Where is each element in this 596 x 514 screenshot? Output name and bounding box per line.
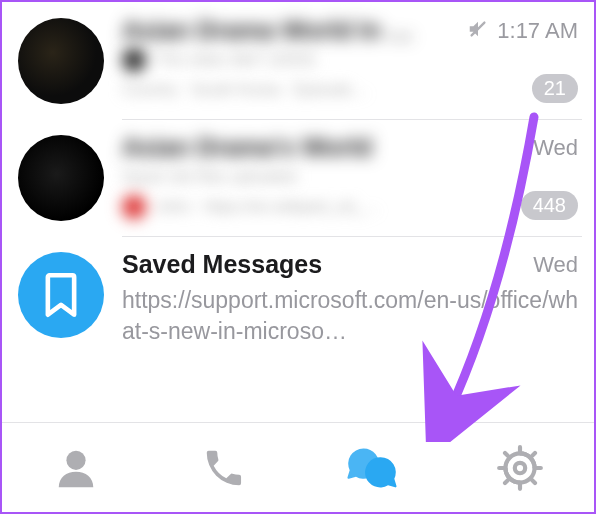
chat-title: Asian Drama's World <box>122 133 525 162</box>
chat-preview-line: Squid Job files uploaded <box>122 162 578 192</box>
unread-badge: 21 <box>532 74 578 103</box>
svg-point-0 <box>66 450 85 469</box>
chat-header: Asian Drama's World Wed <box>122 133 578 162</box>
chat-preview-line: John · https://en.wikiped_od_… <box>122 192 578 222</box>
chat-preview-text: https://support.microsoft.com/en-us/offi… <box>122 285 578 347</box>
tab-contacts[interactable] <box>2 423 150 512</box>
chat-header: Asian Drama World In … 1:17 AM <box>122 16 578 45</box>
chat-list-item[interactable]: Saved Messages Wed https://support.micro… <box>2 236 594 361</box>
chat-body: Asian Drama World In … 1:17 AM The video… <box>122 14 578 105</box>
chat-avatar <box>18 18 104 104</box>
chat-avatar <box>18 135 104 221</box>
chat-preview-text: John · https://en.wikiped_od_… <box>156 198 379 216</box>
chat-preview-line: Country · South Korea · Episode… <box>122 75 578 105</box>
chat-list: Asian Drama World In … 1:17 AM The video… <box>2 2 594 361</box>
person-icon <box>53 445 99 491</box>
chat-preview-text: The video title? (2020) <box>156 51 315 69</box>
thumbnail-icon <box>122 195 146 219</box>
chat-title: Saved Messages <box>122 250 525 279</box>
chat-time: 1:17 AM <box>497 18 578 44</box>
tab-settings[interactable] <box>446 423 594 512</box>
chat-time: Wed <box>533 135 578 161</box>
thumbnail-icon <box>122 48 146 72</box>
saved-messages-avatar <box>18 252 104 338</box>
chat-preview-text: Squid Job files uploaded <box>122 168 296 186</box>
tab-bar <box>2 422 594 512</box>
chat-icon <box>346 442 398 494</box>
phone-icon <box>201 445 247 491</box>
chat-header: Saved Messages Wed <box>122 250 578 279</box>
svg-point-2 <box>515 462 525 472</box>
bookmark-icon <box>41 272 81 318</box>
tab-chats[interactable] <box>298 423 446 512</box>
chat-preview-text: Country · South Korea · Episode… <box>122 81 367 99</box>
unread-badge: 448 <box>521 191 578 220</box>
chat-list-item[interactable]: Asian Drama World In … 1:17 AM The video… <box>2 2 594 119</box>
chat-body: Saved Messages Wed https://support.micro… <box>122 248 578 347</box>
chat-time: Wed <box>533 252 578 278</box>
chat-list-item[interactable]: Asian Drama's World Wed Squid Job files … <box>2 119 594 236</box>
chat-preview-line: The video title? (2020) <box>122 45 578 75</box>
tab-calls[interactable] <box>150 423 298 512</box>
gear-icon <box>495 443 545 493</box>
muted-icon <box>467 18 489 44</box>
chat-body: Asian Drama's World Wed Squid Job files … <box>122 131 578 222</box>
chat-title: Asian Drama World In … <box>122 16 459 45</box>
